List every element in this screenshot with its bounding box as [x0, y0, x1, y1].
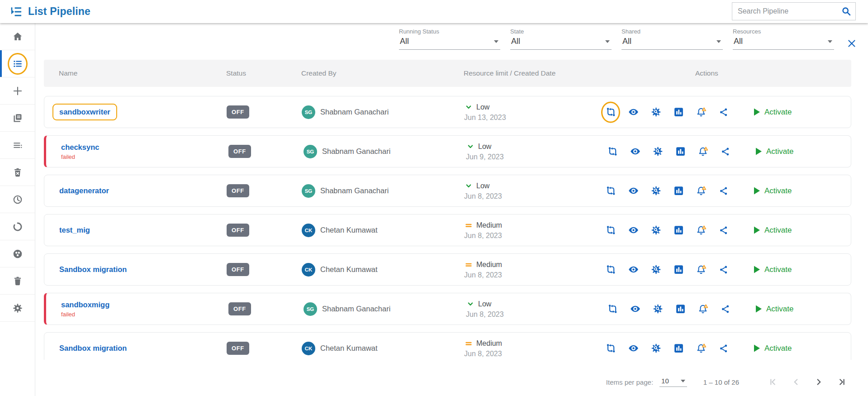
pipeline-name-wrap: sandboxmigg [61, 301, 109, 309]
alerts-button[interactable] [697, 146, 708, 157]
chevron-left-icon [791, 377, 801, 387]
last-page-button[interactable] [836, 377, 847, 387]
search-input[interactable] [732, 7, 837, 15]
previous-page-button[interactable] [791, 377, 802, 387]
activate-button[interactable]: Activate [754, 186, 792, 196]
status-cell: OFF [227, 263, 302, 276]
analytics-button[interactable] [673, 343, 684, 354]
sidebar-item-pipelines[interactable] [0, 50, 35, 77]
left-sidebar [0, 23, 35, 396]
search-box [732, 2, 856, 20]
status-cell: OFF [227, 184, 302, 197]
filter-running-status[interactable]: Running Status All [399, 28, 500, 50]
resource-cell: Low Jun 9, 2023 [466, 142, 607, 161]
manage-settings-button[interactable] [650, 225, 661, 236]
resource-level-label: Low [476, 103, 489, 111]
alerts-button[interactable] [696, 225, 707, 236]
view-button[interactable] [630, 146, 640, 157]
close-filters-button[interactable] [846, 38, 857, 49]
pipeline-name-link[interactable]: sandboxmigg [61, 301, 109, 309]
manage-settings-button[interactable] [652, 146, 663, 157]
manage-settings-button[interactable] [650, 343, 661, 354]
share-button[interactable] [718, 186, 729, 196]
pipeline-flow-button[interactable] [605, 343, 616, 354]
view-button[interactable] [628, 107, 639, 118]
bell-alert-icon [695, 224, 707, 236]
share-button[interactable] [718, 225, 729, 236]
activate-label: Activate [764, 186, 792, 196]
share-icon [718, 343, 729, 354]
share-button[interactable] [718, 107, 729, 118]
share-button[interactable] [718, 264, 729, 275]
play-icon [754, 226, 760, 234]
pipeline-name-link[interactable]: datagenerator [59, 186, 109, 195]
alerts-button[interactable] [696, 107, 707, 118]
sidebar-item-delete[interactable] [0, 267, 35, 295]
alerts-button[interactable] [696, 264, 707, 275]
filter-shared[interactable]: Shared All [621, 28, 723, 50]
analytics-button[interactable] [673, 264, 684, 275]
view-button[interactable] [630, 304, 640, 315]
pipeline-flow-button[interactable] [607, 146, 618, 157]
eye-icon [628, 224, 639, 236]
pipeline-flow-button[interactable] [605, 107, 616, 118]
sidebar-item-refresh[interactable] [0, 213, 35, 240]
view-button[interactable] [628, 343, 639, 354]
sidebar-item-cluster[interactable] [0, 240, 35, 267]
filter-state[interactable]: State All [510, 28, 612, 50]
pipeline-name-link[interactable]: Sandbox migration [59, 265, 127, 273]
gear-search-icon [650, 224, 662, 236]
view-button[interactable] [628, 186, 639, 196]
manage-settings-button[interactable] [650, 264, 661, 275]
pipeline-flow-button[interactable] [605, 225, 616, 236]
filter-resources[interactable]: Resources All [733, 28, 834, 50]
resource-low-icon [464, 103, 473, 112]
sidebar-item-details[interactable] [0, 132, 35, 159]
sidebar-item-home[interactable] [0, 23, 35, 50]
view-button[interactable] [628, 225, 639, 236]
pipeline-name-link[interactable]: Sandbox migration [59, 344, 127, 352]
alerts-button[interactable] [696, 186, 707, 196]
pipeline-table: Name Status Created By Resource limit / … [44, 60, 851, 360]
pipeline-flow-button[interactable] [605, 186, 616, 196]
activate-button[interactable]: Activate [754, 265, 792, 274]
sidebar-item-add[interactable] [0, 77, 35, 105]
avatar: SG [302, 105, 315, 119]
alerts-button[interactable] [697, 304, 708, 315]
search-button[interactable] [837, 3, 855, 20]
sidebar-item-settings[interactable] [0, 295, 35, 322]
sidebar-item-history[interactable] [0, 186, 35, 213]
share-button[interactable] [720, 304, 731, 315]
alerts-button[interactable] [696, 343, 707, 354]
pipeline-name-link[interactable]: sandboxwriter [59, 108, 110, 116]
share-button[interactable] [720, 146, 731, 157]
analytics-button[interactable] [673, 186, 684, 196]
filter-value: All [734, 37, 828, 46]
items-per-page-select[interactable]: 10 [659, 377, 687, 387]
activate-button[interactable]: Activate [755, 305, 793, 314]
analytics-button[interactable] [675, 146, 686, 157]
analytics-button[interactable] [673, 107, 684, 118]
pipeline-flow-button[interactable] [607, 304, 618, 315]
view-button[interactable] [628, 264, 639, 275]
next-page-button[interactable] [813, 377, 824, 387]
activate-button[interactable]: Activate [754, 226, 792, 235]
pipeline-flow-button[interactable] [605, 264, 616, 275]
analytics-button[interactable] [675, 304, 686, 315]
share-button[interactable] [718, 343, 729, 354]
pipeline-name-link[interactable]: checksync [61, 143, 99, 151]
manage-settings-button[interactable] [652, 304, 663, 315]
analytics-button[interactable] [673, 225, 684, 236]
first-page-button[interactable] [768, 377, 779, 387]
sidebar-item-copy[interactable] [0, 105, 35, 132]
pipeline-name-link[interactable]: test_mig [59, 226, 90, 234]
status-cell: OFF [227, 224, 302, 237]
sidebar-item-trash-x[interactable] [0, 159, 35, 186]
activate-button[interactable]: Activate [755, 147, 793, 156]
manage-settings-button[interactable] [650, 186, 661, 196]
activate-button[interactable]: Activate [754, 108, 792, 117]
activate-button[interactable]: Activate [754, 344, 792, 353]
filter-label: Shared [621, 28, 723, 35]
manage-settings-button[interactable] [650, 107, 661, 118]
filter-label: Resources [733, 28, 834, 35]
